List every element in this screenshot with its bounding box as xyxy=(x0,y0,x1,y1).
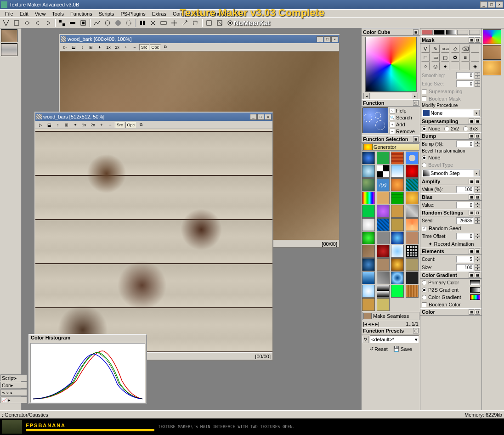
fn-item[interactable] xyxy=(377,285,390,298)
doc-t3[interactable]: ⊞ xyxy=(62,121,71,129)
radio-cg[interactable] xyxy=(422,295,427,300)
thumb-wood-bark[interactable] xyxy=(1,29,17,42)
menu-window[interactable]: Window xyxy=(206,10,230,17)
fn-item[interactable] xyxy=(391,232,404,244)
tool-2[interactable] xyxy=(11,18,22,28)
doc-src[interactable]: Src xyxy=(139,44,149,51)
tool-undo[interactable] xyxy=(33,18,43,28)
fn-item[interactable] xyxy=(406,258,419,271)
seed-input[interactable] xyxy=(456,217,474,224)
mask-tool-diamond2[interactable]: ◈ xyxy=(471,62,479,70)
mask-tool-fill[interactable]: ● xyxy=(441,62,449,70)
tool-13[interactable] xyxy=(148,18,158,28)
menu-tools[interactable]: Tools xyxy=(49,10,67,17)
scroll-right[interactable]: ▸ xyxy=(412,93,418,99)
panel-opt[interactable]: ⊟ xyxy=(475,179,480,184)
fn-item[interactable] xyxy=(362,285,375,298)
doc-close[interactable]: × xyxy=(265,114,272,120)
color-cube[interactable] xyxy=(365,37,417,92)
fn-item[interactable] xyxy=(377,298,390,311)
fn-item[interactable] xyxy=(362,271,375,284)
tab-con[interactable]: Con ▸ xyxy=(0,382,27,389)
chk-bc[interactable] xyxy=(422,302,427,307)
panel-opt[interactable]: ⊟ xyxy=(475,37,480,43)
func-add[interactable]: +Add xyxy=(389,121,419,128)
fn-item[interactable] xyxy=(362,192,375,204)
fn-item[interactable] xyxy=(391,192,404,204)
fn-item[interactable] xyxy=(362,218,375,231)
mask-tool-x2[interactable] xyxy=(471,53,479,62)
bars-texture[interactable] xyxy=(35,129,272,352)
fn-item[interactable] xyxy=(377,258,390,271)
tool-7[interactable] xyxy=(78,18,88,28)
radio-ss-2x2[interactable] xyxy=(444,126,449,131)
menu-psplugins[interactable]: PS-Plugins xyxy=(117,10,148,17)
tool-14[interactable] xyxy=(159,18,169,28)
radio-primary[interactable] xyxy=(422,280,427,285)
tool-11[interactable] xyxy=(124,18,134,28)
doc-t1[interactable]: ⬓ xyxy=(69,44,78,51)
panel-opt[interactable]: ⊞ xyxy=(469,179,474,184)
fn-item[interactable] xyxy=(362,178,375,191)
fn-item[interactable] xyxy=(406,165,419,178)
preset-thumb-3[interactable] xyxy=(483,61,501,75)
menu-file[interactable]: File xyxy=(2,10,17,17)
mask-sw3[interactable] xyxy=(446,30,457,35)
close-button[interactable]: × xyxy=(496,1,503,8)
tab-script[interactable]: Script ▸ xyxy=(0,374,27,381)
preset-thumb-2[interactable] xyxy=(483,45,501,60)
doc-t2[interactable]: ↕ xyxy=(54,121,62,129)
menu-extras[interactable]: Extras xyxy=(149,10,170,17)
panel-opt[interactable]: ⊟ xyxy=(413,136,419,142)
panel-opt[interactable]: ⊞ xyxy=(469,194,474,200)
fn-item[interactable] xyxy=(362,245,375,258)
panel-opt[interactable]: ⊟ xyxy=(475,249,480,254)
doc-t1[interactable]: ⬓ xyxy=(45,121,53,129)
tool-17[interactable] xyxy=(190,18,200,28)
fn-item[interactable] xyxy=(406,218,419,231)
size-input[interactable] xyxy=(456,264,474,271)
tool-19[interactable] xyxy=(215,18,225,28)
bevel-combo[interactable]: Smooth Step▾ xyxy=(422,169,480,177)
panel-opt[interactable]: ⊟ xyxy=(475,133,480,139)
panel-opt[interactable]: ⊞ xyxy=(469,309,474,315)
tab-wave[interactable]: ∿∿ ▸ xyxy=(0,389,27,396)
bump-input[interactable] xyxy=(456,141,474,147)
tool-18[interactable] xyxy=(204,18,214,28)
fn-item[interactable] xyxy=(391,178,404,191)
fn-item[interactable] xyxy=(362,258,375,271)
chk-bm[interactable] xyxy=(422,96,427,102)
fn-item[interactable] xyxy=(362,165,375,178)
fn-item[interactable] xyxy=(406,285,419,298)
mask-tool-blob[interactable]: ✿ xyxy=(451,53,459,62)
fn-item[interactable] xyxy=(406,271,419,284)
panel-opt[interactable]: ⊟ xyxy=(475,210,480,215)
fn-item[interactable] xyxy=(377,218,390,231)
menu-scripts[interactable]: Scripts xyxy=(96,10,118,17)
doc-src[interactable]: Src xyxy=(115,122,125,128)
radio-ss-none[interactable] xyxy=(422,126,427,131)
fsel-play[interactable]: ▸ xyxy=(372,321,374,327)
offset-input[interactable] xyxy=(456,233,474,240)
radio-bevel-none[interactable] xyxy=(422,155,427,160)
doc-maximize[interactable]: □ xyxy=(257,114,264,120)
edge-input[interactable] xyxy=(456,80,474,87)
fsel-cat-generator[interactable]: Generator xyxy=(362,143,419,151)
tool-9[interactable] xyxy=(102,18,113,28)
fn-item[interactable] xyxy=(391,285,404,298)
panel-opt[interactable]: ⊞ xyxy=(469,249,474,254)
doc-minus[interactable]: − xyxy=(106,121,114,129)
panel-opt[interactable]: ⊞ xyxy=(469,210,474,215)
bias-input[interactable] xyxy=(456,202,474,209)
mask-tool-rect3[interactable]: ▢ xyxy=(441,53,449,62)
func-help[interactable]: ?Help xyxy=(389,107,419,114)
mask-tool-select[interactable]: ∀ xyxy=(421,45,430,53)
panel-opt[interactable]: ⊟ xyxy=(475,119,480,124)
panel-opt[interactable]: ⊞ xyxy=(469,272,474,278)
smoothing-input[interactable] xyxy=(456,72,474,79)
fn-item[interactable] xyxy=(391,165,404,178)
menu-configuration[interactable]: Configuration xyxy=(170,10,206,17)
panel-opt[interactable]: ⊟ xyxy=(475,309,480,315)
amplify-input[interactable] xyxy=(456,186,474,193)
preset-save[interactable]: 💾 Save xyxy=(391,345,414,352)
